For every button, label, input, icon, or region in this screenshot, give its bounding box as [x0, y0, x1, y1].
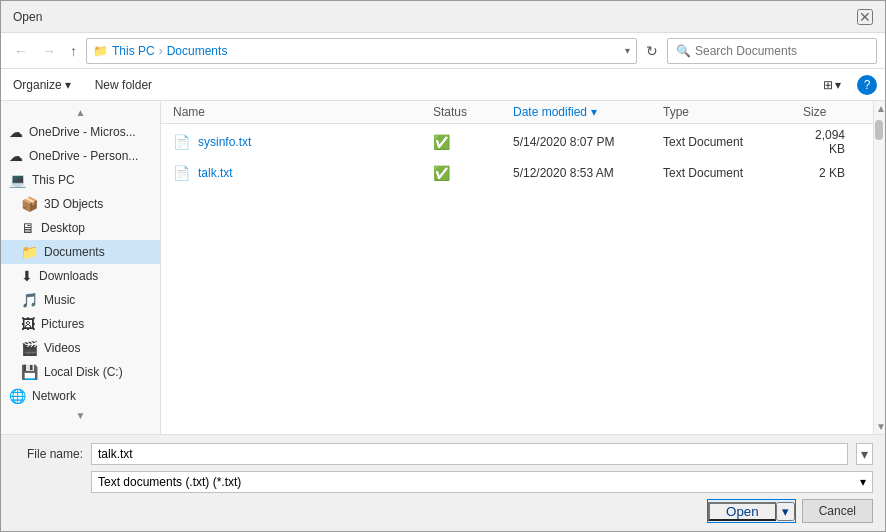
- file-list: 📄 sysinfo.txt ✅ 5/14/2020 8:07 PM Text D…: [161, 124, 873, 434]
- cancel-button[interactable]: Cancel: [802, 499, 873, 523]
- file-size-sysinfo: 2,094 KB: [803, 128, 861, 156]
- file-name-talk: 📄 talk.txt: [173, 165, 433, 181]
- up-button[interactable]: ↑: [65, 40, 82, 62]
- file-row-sysinfo[interactable]: 📄 sysinfo.txt ✅ 5/14/2020 8:07 PM Text D…: [161, 124, 873, 161]
- pictures-icon: 🖼: [21, 316, 35, 332]
- desktop-icon: 🖥: [21, 220, 35, 236]
- sidebar-item-onedrive-ms[interactable]: ☁ OneDrive - Micros...: [1, 120, 160, 144]
- filename-input[interactable]: [91, 443, 848, 465]
- sidebar-scroll-up[interactable]: ▲: [1, 105, 160, 120]
- file-modified-sysinfo: 5/14/2020 8:07 PM: [513, 135, 663, 149]
- videos-icon: 🎬: [21, 340, 38, 356]
- view-icon: ⊞: [823, 78, 833, 92]
- open-button-group[interactable]: Open ▾: [707, 499, 796, 523]
- sidebar-scroll-down[interactable]: ▼: [1, 408, 160, 423]
- sidebar-item-label: 3D Objects: [44, 197, 103, 211]
- open-arrow-button[interactable]: ▾: [776, 502, 795, 521]
- search-input[interactable]: [695, 44, 868, 58]
- title-bar: Open ✕: [1, 1, 885, 33]
- sidebar-item-label: Network: [32, 389, 76, 403]
- file-size-talk: 2 KB: [803, 166, 861, 180]
- file-status-sysinfo: ✅: [433, 134, 513, 150]
- column-headers: Name Status Date modified ▾ Type Size: [161, 101, 873, 124]
- bottom-bar: File name: ▾ Text documents (.txt) (*.tx…: [1, 434, 885, 531]
- filename-row: File name: ▾: [13, 443, 873, 465]
- open-dialog: Open ✕ ← → ↑ 📁 This PC › Documents ▾ ↻ 🔍…: [0, 0, 886, 532]
- scroll-thumb[interactable]: [875, 120, 883, 140]
- dialog-title: Open: [13, 10, 42, 24]
- scroll-up-arrow[interactable]: ▲: [874, 101, 885, 116]
- documents-icon: 📁: [21, 244, 38, 260]
- scroll-down-arrow[interactable]: ▼: [874, 419, 885, 434]
- breadcrumb-this-pc[interactable]: This PC: [112, 44, 155, 58]
- sidebar-item-3d-objects[interactable]: 📦 3D Objects: [1, 192, 160, 216]
- filetype-row: Text documents (.txt) (*.txt) ▾: [13, 471, 873, 493]
- status-ok-icon-sysinfo: ✅: [433, 134, 450, 150]
- col-size-header[interactable]: Size: [803, 105, 861, 119]
- local-disk-icon: 💾: [21, 364, 38, 380]
- sidebar-item-label: OneDrive - Person...: [29, 149, 138, 163]
- filename-label: File name:: [13, 447, 83, 461]
- sidebar-item-this-pc[interactable]: 💻 This PC: [1, 168, 160, 192]
- organize-arrow-icon: ▾: [65, 78, 71, 92]
- breadcrumb-icon: 📁: [93, 44, 108, 58]
- sidebar-item-downloads[interactable]: ⬇ Downloads: [1, 264, 160, 288]
- sidebar-item-label: Documents: [44, 245, 105, 259]
- address-breadcrumb[interactable]: 📁 This PC › Documents: [93, 44, 621, 58]
- file-icon-sysinfo: 📄: [173, 134, 190, 150]
- new-folder-button[interactable]: New folder: [87, 76, 160, 94]
- sidebar-item-videos[interactable]: 🎬 Videos: [1, 336, 160, 360]
- sidebar-item-label: Downloads: [39, 269, 98, 283]
- downloads-icon: ⬇: [21, 268, 33, 284]
- search-box[interactable]: 🔍: [667, 38, 877, 64]
- 3d-objects-icon: 📦: [21, 196, 38, 212]
- sidebar-item-label: This PC: [32, 173, 75, 187]
- sidebar-item-desktop[interactable]: 🖥 Desktop: [1, 216, 160, 240]
- forward-button[interactable]: →: [37, 40, 61, 62]
- status-ok-icon-talk: ✅: [433, 165, 450, 181]
- back-button[interactable]: ←: [9, 40, 33, 62]
- sidebar-item-onedrive-per[interactable]: ☁ OneDrive - Person...: [1, 144, 160, 168]
- filetype-arrow-icon: ▾: [860, 475, 866, 489]
- col-name-header[interactable]: Name: [173, 105, 433, 119]
- sidebar-item-label: Pictures: [41, 317, 84, 331]
- scroll-track[interactable]: [874, 116, 885, 419]
- sidebar-item-label: Desktop: [41, 221, 85, 235]
- refresh-button[interactable]: ↻: [641, 40, 663, 62]
- filename-dropdown-arrow[interactable]: ▾: [856, 443, 873, 465]
- onedrive-per-icon: ☁: [9, 148, 23, 164]
- view-button[interactable]: ⊞ ▾: [819, 76, 845, 94]
- music-icon: 🎵: [21, 292, 38, 308]
- onedrive-ms-icon: ☁: [9, 124, 23, 140]
- network-icon: 🌐: [9, 388, 26, 404]
- file-row-talk[interactable]: 📄 talk.txt ✅ 5/12/2020 8:53 AM Text Docu…: [161, 161, 873, 186]
- sidebar-item-network[interactable]: 🌐 Network: [1, 384, 160, 408]
- col-modified-header[interactable]: Date modified ▾: [513, 105, 663, 119]
- sidebar-item-label: Videos: [44, 341, 80, 355]
- sidebar-item-documents[interactable]: 📁 Documents: [1, 240, 160, 264]
- address-bar[interactable]: 📁 This PC › Documents ▾: [86, 38, 637, 64]
- file-modified-talk: 5/12/2020 8:53 AM: [513, 166, 663, 180]
- action-row: Open ▾ Cancel: [13, 499, 873, 523]
- help-button[interactable]: ?: [857, 75, 877, 95]
- col-type-header[interactable]: Type: [663, 105, 803, 119]
- open-button[interactable]: Open: [708, 502, 776, 521]
- file-name-sysinfo: 📄 sysinfo.txt: [173, 134, 433, 150]
- breadcrumb-documents[interactable]: Documents: [167, 44, 228, 58]
- main-scrollbar[interactable]: ▲ ▼: [873, 101, 885, 434]
- file-icon-talk: 📄: [173, 165, 190, 181]
- filetype-select[interactable]: Text documents (.txt) (*.txt) ▾: [91, 471, 873, 493]
- sidebar-item-music[interactable]: 🎵 Music: [1, 288, 160, 312]
- organize-button[interactable]: Organize ▾: [9, 76, 75, 94]
- sidebar-item-pictures[interactable]: 🖼 Pictures: [1, 312, 160, 336]
- sidebar-item-local-disk[interactable]: 💾 Local Disk (C:): [1, 360, 160, 384]
- address-dropdown-arrow[interactable]: ▾: [625, 45, 630, 56]
- file-area: Name Status Date modified ▾ Type Size: [161, 101, 873, 434]
- file-status-talk: ✅: [433, 165, 513, 181]
- close-button[interactable]: ✕: [857, 9, 873, 25]
- search-icon: 🔍: [676, 44, 691, 58]
- file-type-talk: Text Document: [663, 166, 803, 180]
- sidebar-item-label: OneDrive - Micros...: [29, 125, 136, 139]
- col-status-header[interactable]: Status: [433, 105, 513, 119]
- sidebar-item-label: Local Disk (C:): [44, 365, 123, 379]
